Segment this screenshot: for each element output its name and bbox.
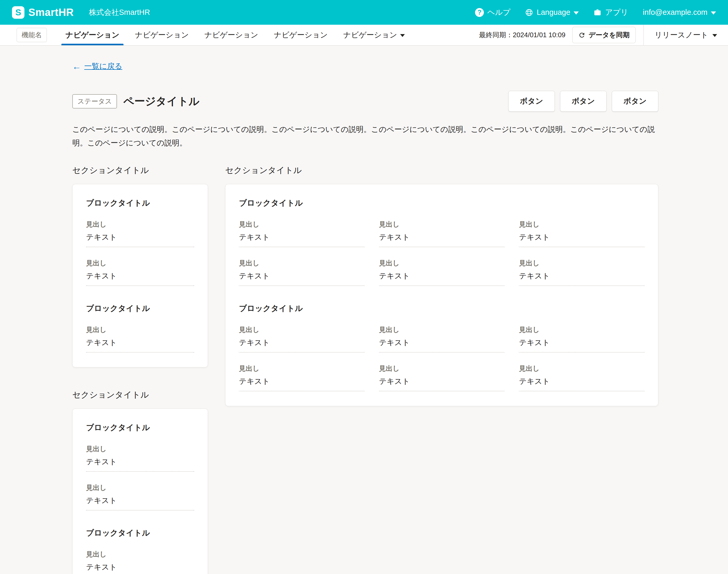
action-button-3[interactable]: ボタン <box>612 91 658 112</box>
back-to-list-link[interactable]: ← 一覧に戻る <box>72 61 122 72</box>
field-label: 見出し <box>86 550 194 559</box>
block-title: ブロックタイトル <box>86 528 194 538</box>
field-label: 見出し <box>379 364 505 373</box>
tab-navigation-4[interactable]: ナビゲーション <box>266 25 335 45</box>
field-value: テキスト <box>86 562 194 574</box>
field-label: 見出し <box>519 364 644 373</box>
chevron-down-icon <box>713 34 717 37</box>
section-card: ブロックタイトル 見出し テキスト 見出し テキスト ブロックタイトル <box>72 184 208 367</box>
nav-tabs: ナビゲーション ナビゲーション ナビゲーション ナビゲーション ナビゲーション <box>58 25 413 45</box>
globe-icon <box>525 8 533 17</box>
field-label: 見出し <box>379 220 505 229</box>
field-label: 見出し <box>239 220 365 229</box>
refresh-icon <box>578 32 586 39</box>
page-actions: ボタン ボタン ボタン <box>508 91 658 112</box>
field-label: 見出し <box>379 259 505 268</box>
right-column: セクションタイトル ブロックタイトル 見出し テキスト 見出し テキスト <box>225 165 658 406</box>
field-label: 見出し <box>519 220 644 229</box>
field-value: テキスト <box>239 337 365 353</box>
field-value: テキスト <box>86 337 194 353</box>
section-title: セクションタイトル <box>72 389 208 401</box>
field: 見出し テキスト <box>379 220 505 247</box>
sync-data-button[interactable]: データを同期 <box>572 27 636 43</box>
page-title: ページタイトル <box>123 94 199 109</box>
field: 見出し テキスト <box>239 220 365 247</box>
briefcase-icon <box>593 8 602 17</box>
field-value: テキスト <box>379 232 505 247</box>
section-title: セクションタイトル <box>225 165 658 176</box>
company-name: 株式会社SmartHR <box>89 7 150 18</box>
section-left-2: セクションタイトル ブロックタイトル 見出し テキスト 見出し テキスト <box>72 389 208 574</box>
field: 見出し テキスト <box>379 259 505 286</box>
nav-right: 最終同期：2024/01/01 10:09 データを同期 リリースノート <box>479 25 728 45</box>
field-label: 見出し <box>86 220 194 229</box>
tab-navigation-5[interactable]: ナビゲーション <box>335 25 413 45</box>
block: ブロックタイトル 見出し テキスト <box>86 303 194 353</box>
field-value: テキスト <box>379 271 505 286</box>
field-value: テキスト <box>519 232 644 247</box>
account-menu[interactable]: info@example.com <box>643 8 716 17</box>
app-header: S SmartHR 株式会社SmartHR ? ヘルプ Language <box>0 0 728 25</box>
field-label: 見出し <box>519 325 644 334</box>
help-menu[interactable]: ? ヘルプ <box>475 7 510 18</box>
section-card: ブロックタイトル 見出し テキスト 見出し テキスト 見出し <box>225 184 658 406</box>
block-title: ブロックタイトル <box>86 198 194 208</box>
section-title: セクションタイトル <box>72 165 208 176</box>
field-label: 見出し <box>86 444 194 454</box>
sync-button-label: データを同期 <box>589 31 630 40</box>
back-link-label: 一覧に戻る <box>84 61 122 72</box>
field: 見出し テキスト <box>86 220 194 247</box>
tab-label: ナビゲーション <box>343 30 397 40</box>
chevron-down-icon <box>711 11 716 14</box>
section-left-1: セクションタイトル ブロックタイトル 見出し テキスト 見出し テキスト <box>72 165 208 367</box>
section-card: ブロックタイトル 見出し テキスト 見出し テキスト ブロックタイトル <box>72 409 208 574</box>
field-value: テキスト <box>86 232 194 247</box>
smarthr-logo[interactable]: S SmartHR <box>12 6 74 19</box>
field: 見出し テキスト <box>239 325 365 353</box>
release-notes-menu[interactable]: リリースノート <box>643 25 728 45</box>
block-title: ブロックタイトル <box>239 303 644 314</box>
language-label: Language <box>537 8 570 17</box>
block: ブロックタイトル 見出し テキスト 見出し テキスト <box>86 422 194 510</box>
chevron-down-icon <box>574 11 579 14</box>
block-title: ブロックタイトル <box>86 303 194 314</box>
help-label: ヘルプ <box>487 7 510 18</box>
field: 見出し テキスト <box>239 259 365 286</box>
field-value: テキスト <box>86 457 194 472</box>
feature-name-chip: 機能名 <box>17 28 47 42</box>
apps-menu[interactable]: アプリ <box>593 7 628 18</box>
field: 見出し テキスト <box>239 364 365 391</box>
field: 見出し テキスト <box>86 325 194 353</box>
tab-navigation-1[interactable]: ナビゲーション <box>58 25 127 45</box>
field: 見出し テキスト <box>86 483 194 510</box>
tab-navigation-3[interactable]: ナビゲーション <box>196 25 266 45</box>
field: 見出し テキスト <box>519 325 644 353</box>
language-menu[interactable]: Language <box>525 8 579 17</box>
field-label: 見出し <box>239 259 365 268</box>
field-value: テキスト <box>239 232 365 247</box>
action-button-1[interactable]: ボタン <box>508 91 555 112</box>
field: 見出し テキスト <box>86 550 194 574</box>
field: 見出し テキスト <box>519 364 644 391</box>
field-value: テキスト <box>519 337 644 353</box>
field-value: テキスト <box>379 376 505 391</box>
app-nav: 機能名 ナビゲーション ナビゲーション ナビゲーション ナビゲーション ナビゲー… <box>0 25 728 45</box>
left-column: セクションタイトル ブロックタイトル 見出し テキスト 見出し テキスト <box>72 165 208 574</box>
tab-label: ナビゲーション <box>204 30 258 40</box>
field: 見出し テキスト <box>379 325 505 353</box>
block: ブロックタイトル 見出し テキスト <box>86 528 194 574</box>
tab-label: ナビゲーション <box>65 30 119 40</box>
tab-label: ナビゲーション <box>135 30 189 40</box>
block: ブロックタイトル 見出し テキスト 見出し テキスト <box>86 198 194 286</box>
field: 見出し テキスト <box>86 259 194 286</box>
header-right: ? ヘルプ Language アプリ info@example <box>475 7 716 18</box>
page-title-row: ステータス ページタイトル ボタン ボタン ボタン <box>72 91 658 112</box>
tab-navigation-2[interactable]: ナビゲーション <box>127 25 196 45</box>
field-label: 見出し <box>86 483 194 492</box>
last-sync-timestamp: 最終同期：2024/01/01 10:09 <box>479 31 565 40</box>
tab-label: ナビゲーション <box>274 30 328 40</box>
field-value: テキスト <box>239 376 365 391</box>
action-button-2[interactable]: ボタン <box>560 91 606 112</box>
account-email: info@example.com <box>643 8 708 17</box>
field-grid: 見出し テキスト 見出し テキスト 見出し テキスト <box>239 314 644 391</box>
